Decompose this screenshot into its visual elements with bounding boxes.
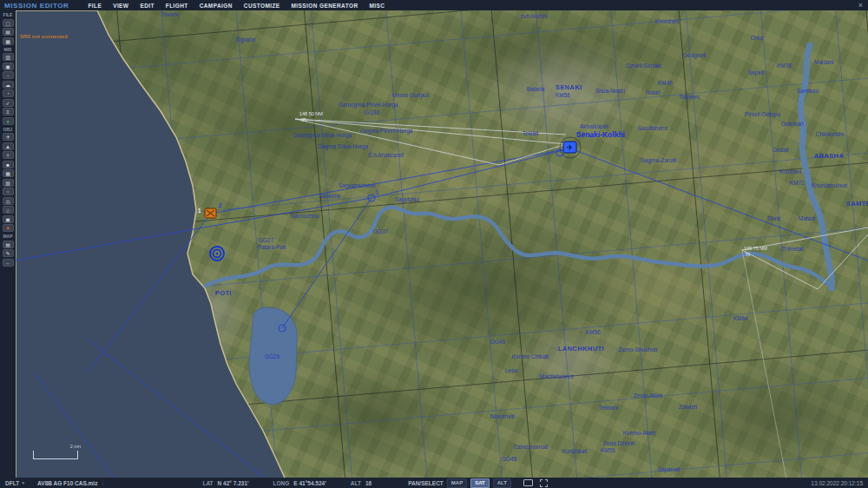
map-layers-icon[interactable]: ▤ [3,241,14,248]
app-title: MISSION EDITOR [4,2,69,10]
map-grid-blue [16,10,868,478]
menu-item-view[interactable]: VIEW [113,3,128,9]
layer-button-sat[interactable]: SAT [470,478,490,488]
save-mission-icon[interactable]: ▦ [3,37,14,45]
lat-value: N 42° 7.231' [218,480,249,486]
new-mission-icon[interactable]: ▢ [3,19,14,27]
add-template-icon[interactable]: ▧ [3,179,14,187]
menu-bar: MISSION EDITOR FILEVIEWEDITFLIGHTCAMPAIG… [0,0,868,10]
trigger-zone-icon[interactable]: ○ [3,188,14,195]
scale-label: 2 nm [70,444,81,449]
close-icon[interactable]: × [858,2,863,10]
validate-icon[interactable]: ✓ [3,99,14,107]
status-bar: DFLT ▼ AV8B AG F10 CAS.miz LAT N 42° 7.2… [0,478,868,488]
multiplayer-icon[interactable]: ● [3,117,14,125]
map-viewport[interactable] [16,10,868,478]
display-icon[interactable] [523,479,533,486]
alt-label: ALT [351,480,361,486]
divider [102,479,103,486]
mission-datetime: 13.02.2022 20:12:15 [811,480,863,486]
long-label: LONG [273,480,290,486]
menu-item-edit[interactable]: EDIT [140,3,154,9]
latitude-readout: LAT N 42° 7.231' [202,480,248,486]
add-ship-icon[interactable]: ◊ [3,151,14,159]
weather-icon[interactable]: ☁ [3,81,14,89]
menu-item-mission-generator[interactable]: MISSION GENERATOR [292,3,358,9]
mission-filename: AV8B AG F10 CAS.miz [37,480,97,486]
add-vehicle-icon[interactable]: ■ [3,161,14,168]
add-waypoint-icon[interactable]: ◇ [3,206,14,214]
alt-value: 16 [365,480,372,486]
draw-tool-icon[interactable]: ✎ [3,249,14,257]
unit-list-icon[interactable]: ▣ [3,63,14,70]
route-tool-icon[interactable]: → [3,71,14,79]
add-static-icon[interactable]: ▦ [3,169,14,177]
menu-item-customize[interactable]: CUSTOMIZE [244,3,280,9]
toolbar-left: FILE▢▤▦MIS▥▣→☁◔✓≡●OBJ✈▲◊■▦▧○◎◇▣✕MAP▤✎↔ [0,10,16,478]
briefing-icon[interactable]: ▥ [3,53,14,61]
theme-dropdown[interactable]: DFLT ▼ [5,480,25,486]
lat-label: LAT [202,480,213,486]
measure-tool-icon[interactable]: ↔ [3,259,14,267]
altitude-readout: ALT 16 [351,480,372,486]
long-value: E 41°54.524' [293,480,326,486]
longitude-readout: LONG E 41°54.524' [273,480,326,486]
chevron-down-icon: ▼ [21,480,25,485]
triggers-icon[interactable]: ≡ [3,108,14,115]
frame-icon[interactable] [540,479,548,487]
menu-item-misc[interactable]: MISC [370,3,385,9]
bullseye-icon[interactable]: ◎ [3,197,14,205]
theme-value: DFLT [5,480,19,486]
toolbar-section-file: FILE [0,12,16,17]
mode-indicator: PAN/SELECT [408,480,444,486]
mission-editor-window: ✈ TsvaneDgvabasvh.HorshiKhorshetiOrkaGed… [0,0,868,488]
layer-button-map[interactable]: MAP [447,478,467,488]
srs-status: SRS not connected [20,34,68,39]
toolbar-section-mis: MIS [0,47,16,52]
time-date-icon[interactable]: ◔ [3,89,14,97]
map-scale-bar: 2 nm [33,451,78,459]
menu-item-campaign[interactable]: CAMPAIGN [200,3,233,9]
toolbar-section-obj: OBJ [0,127,16,132]
group-tool-icon[interactable]: ▣ [3,215,14,223]
toolbar-section-map: MAP [0,234,16,239]
delete-unit-icon[interactable]: ✕ [3,224,14,232]
menu-item-file[interactable]: FILE [88,3,102,9]
layer-button-alt[interactable]: ALT [493,478,511,488]
main-menu: FILEVIEWEDITFLIGHTCAMPAIGNCUSTOMIZEMISSI… [88,3,385,9]
add-airplane-icon[interactable]: ✈ [3,133,14,141]
menu-item-flight[interactable]: FLIGHT [166,3,188,9]
add-helicopter-icon[interactable]: ▲ [3,142,14,150]
open-mission-icon[interactable]: ▤ [3,28,14,36]
